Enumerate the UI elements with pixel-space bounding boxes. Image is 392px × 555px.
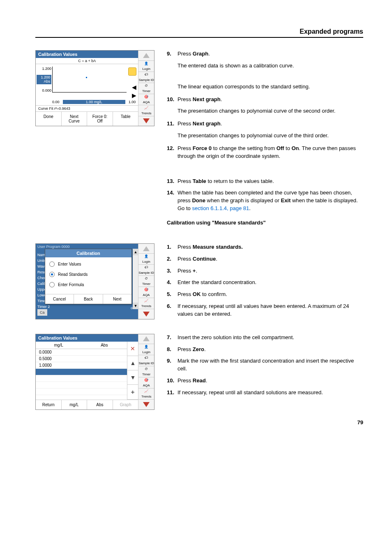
subheading-measure-standards: Calibration using "Measure standards": [167, 219, 363, 227]
sidebar-timer[interactable]: ⏱Timer: [138, 366, 154, 377]
sidebar-down[interactable]: [138, 116, 154, 126]
bstep-9: 9.Mark the row with the first standard c…: [167, 357, 363, 373]
cancel-button[interactable]: Cancel: [45, 294, 74, 304]
delete-button[interactable]: ✕: [127, 342, 138, 356]
chart-area: [52, 67, 127, 92]
sidebar: 👤Login 🏷Sample ID ⏱Timer 🎯AQA 📈Trends: [138, 51, 154, 126]
step-11: 11. Press Next graph.: [167, 120, 363, 128]
bg-top: User Program 0000: [37, 245, 70, 249]
sidebar-trends[interactable]: 📈Trends: [138, 388, 154, 400]
screenshot-calibration-dialog: User Program 0000 Name: Units: Wavel Res…: [35, 243, 154, 319]
add-button[interactable]: ＋: [127, 385, 138, 399]
bstep-8: 8.Press Zero.: [167, 346, 363, 354]
sidebar-trends[interactable]: 📈Trends: [138, 105, 154, 116]
section-1: Calibration Values C = a + bA 1.200 1.20…: [35, 50, 363, 232]
sidebar-aqa[interactable]: 🎯AQA: [138, 287, 154, 298]
step-9-text-2: The linear equation corresponds to the s…: [178, 83, 363, 91]
sidebar-timer[interactable]: ⏱Timer: [138, 83, 154, 94]
next-button[interactable]: Next: [103, 294, 131, 304]
sidebar-up[interactable]: [138, 334, 154, 345]
mstep-5: 5.Press OK to confirm.: [167, 291, 363, 298]
sidebar-trends[interactable]: 📈Trends: [138, 298, 154, 309]
mgl-button[interactable]: mg/L: [62, 400, 88, 409]
mstep-2: 2.Press Continue.: [167, 255, 363, 263]
graph-button[interactable]: Graph: [113, 400, 138, 409]
table-row: [36, 375, 127, 382]
table-row: 0.0000: [36, 349, 127, 356]
down-button[interactable]: ▼: [127, 370, 138, 385]
curve-fit-label: Curve Fit r²=0.9643: [36, 105, 138, 111]
step-10: 10. Press Next graph.: [167, 96, 363, 104]
up-button[interactable]: ▲: [127, 356, 138, 370]
header-rule: [35, 37, 363, 38]
scroll-up-icon: ▲: [133, 249, 138, 255]
mstep-1: 1.Press Measure standards.: [167, 243, 363, 251]
y-axis-abs: 1.200 Abs: [37, 75, 51, 85]
table-row: [36, 388, 127, 395]
mstep-4: 4.Enter the standard concentration.: [167, 279, 363, 287]
tag-icon: 🏷: [143, 73, 149, 78]
radio-enter-formula[interactable]: Enter Formula: [49, 282, 127, 287]
radio-read-standards[interactable]: Read Standards: [49, 272, 127, 277]
step-10-text: The presentation changes to polynomial c…: [178, 107, 363, 115]
table-row: 1.0000: [36, 362, 127, 369]
lock-icon[interactable]: [128, 67, 136, 76]
table-button[interactable]: Table: [113, 112, 138, 126]
user-icon: 👤: [143, 62, 149, 67]
sidebar-sample-id[interactable]: 🏷Sample ID: [138, 265, 154, 276]
back-button[interactable]: Back: [74, 294, 103, 304]
chart-icon: 📈: [143, 106, 149, 111]
y-axis-top: 1.200: [37, 67, 51, 71]
sidebar-aqa[interactable]: 🎯AQA: [138, 94, 154, 105]
step-12: 12. Press Force 0 to change the setting …: [167, 145, 363, 160]
step-9-text-1: The entered data is shown as a calibrati…: [178, 62, 363, 70]
sidebar-down[interactable]: [138, 309, 154, 319]
dialog-title: Calibration Values: [36, 334, 138, 342]
y-axis-bottom: 0.000: [37, 88, 51, 92]
table-row: [36, 369, 127, 375]
clock-icon: ⏱: [143, 84, 149, 89]
page: Expanded programs Calibration Values C =…: [0, 0, 392, 438]
page-number: 79: [357, 419, 363, 426]
calibration-dialog: Calibration Enter Values Read Standards …: [45, 249, 132, 304]
abs-button[interactable]: Abs: [87, 400, 113, 409]
mstep-6: 6.If necessary, repeat until all values …: [167, 303, 363, 318]
scroll-down-icon: ▼: [133, 303, 138, 309]
return-button[interactable]: Return: [36, 400, 62, 409]
sidebar-down[interactable]: [138, 400, 154, 409]
sidebar-sample-id[interactable]: 🏷Sample ID: [138, 72, 154, 83]
table-row: [36, 382, 127, 388]
equation-label: C = a + bA: [36, 58, 138, 64]
sidebar-login[interactable]: 👤Login: [138, 344, 154, 355]
table-body: 0.0000 0.5000 1.0000: [36, 349, 127, 400]
bstep-10: 10.Press Read.: [167, 377, 363, 385]
dialog-title: Calibration Values: [36, 51, 138, 58]
sidebar-up[interactable]: [138, 244, 154, 254]
arrow-left-icon[interactable]: ◀: [132, 84, 136, 90]
mstep-3: 3.Press +.: [167, 267, 363, 275]
screenshot-calibration-graph: Calibration Values C = a + bA 1.200 1.20…: [35, 50, 154, 126]
done-button[interactable]: Done: [36, 112, 62, 126]
step-11-text: The presentation changes to polynomial c…: [178, 132, 363, 140]
sidebar-aqa[interactable]: 🎯AQA: [138, 377, 154, 388]
step-9: 9. Press Graph.: [167, 50, 363, 58]
arrow-right-icon[interactable]: ▶: [132, 92, 136, 99]
x-axis-right: 1.00: [129, 100, 136, 104]
force-0-button[interactable]: Force 0: Off: [87, 112, 113, 126]
sidebar-timer[interactable]: ⏱Timer: [138, 276, 154, 287]
bstep-11: 11.If necessary, repeat until all standa…: [167, 389, 363, 397]
scrollbar[interactable]: ▲ ▼: [133, 249, 138, 309]
sidebar-up[interactable]: [138, 51, 154, 61]
bstep-7: 7.Insert the zero solution into the cell…: [167, 334, 363, 342]
sidebar-sample-id[interactable]: 🏷Sample ID: [138, 355, 154, 366]
radio-enter-values[interactable]: Enter Values: [49, 261, 127, 267]
sidebar-login[interactable]: 👤Login: [138, 254, 154, 265]
x-axis-left: 0.00: [52, 100, 60, 104]
sidebar-login[interactable]: 👤Login: [138, 61, 154, 72]
page-title: Expanded programs: [35, 28, 363, 35]
section-2: User Program 0000 Name: Units: Wavel Res…: [35, 243, 363, 322]
next-curve-button[interactable]: Next Curve: [62, 112, 88, 126]
x-axis-mid: 1.00 mg/L: [63, 100, 125, 104]
section-link[interactable]: section 6.1.1.4, page 81: [192, 205, 249, 211]
step-14: 14. When the table has been completed an…: [167, 189, 363, 213]
